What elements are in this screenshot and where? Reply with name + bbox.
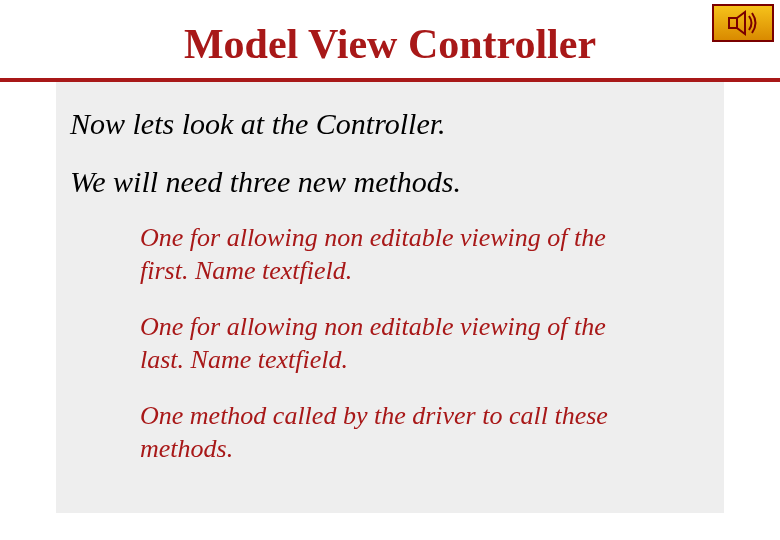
speaker-icon <box>723 9 763 37</box>
slide-content: Now lets look at the Controller. We will… <box>56 82 724 513</box>
lead-line-2: We will need three new methods. <box>70 164 710 200</box>
lead-line-1: Now lets look at the Controller. <box>70 106 710 142</box>
slide-title: Model View Controller <box>0 0 780 78</box>
list-item: One for allowing non editable viewing of… <box>140 311 610 376</box>
audio-badge[interactable] <box>712 4 774 42</box>
svg-marker-1 <box>737 12 745 34</box>
svg-rect-0 <box>729 18 737 28</box>
slide: Model View Controller Now lets look at t… <box>0 0 780 540</box>
list-item: One method called by the driver to call … <box>140 400 610 465</box>
list-item: One for allowing non editable viewing of… <box>140 222 610 287</box>
sub-list: One for allowing non editable viewing of… <box>70 222 710 465</box>
